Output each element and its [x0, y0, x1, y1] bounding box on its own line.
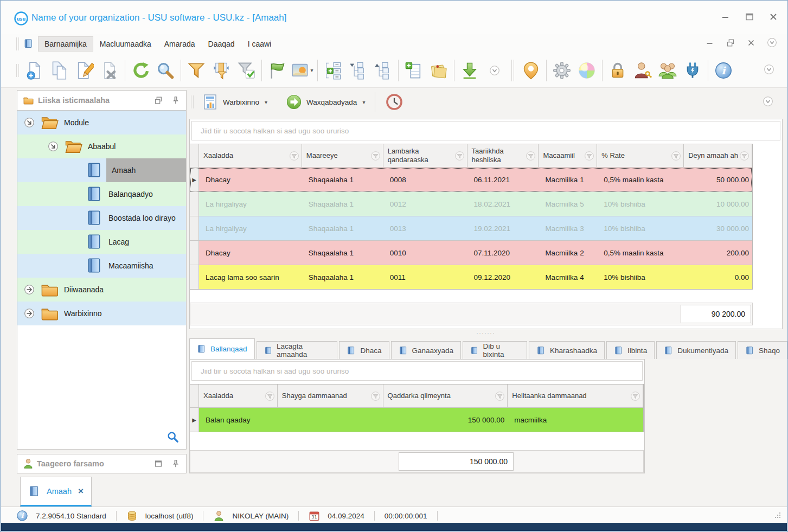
tab-kharashaadka[interactable]: Kharashaadka: [529, 341, 605, 359]
column-header-maareeye[interactable]: Maareeye: [302, 144, 383, 167]
resize-grip[interactable]: [774, 511, 781, 519]
menu-item-amarada[interactable]: Amarada: [158, 36, 202, 52]
toolbar-overflow-button[interactable]: [764, 64, 774, 75]
collapse-arrow-icon[interactable]: [48, 141, 59, 152]
export-button[interactable]: [457, 58, 482, 83]
tab-shaqo[interactable]: Shaqo: [738, 341, 787, 359]
image-button[interactable]: ▾: [290, 58, 315, 83]
sidebar-float-button[interactable]: [153, 95, 163, 105]
user-rights-button[interactable]: [630, 58, 655, 83]
sidebar-item-lacag[interactable]: Lacag: [17, 230, 186, 254]
support-panel[interactable]: Taageero farsamo: [17, 454, 187, 473]
filter-check-button[interactable]: [234, 58, 259, 83]
tab-label: Shaqo: [759, 347, 780, 355]
column-header--rate[interactable]: % Rate: [597, 144, 684, 167]
sidebar-item-boostada-loo-dirayo[interactable]: Boostada loo dirayo: [17, 206, 186, 230]
table-cell: 10% bishiiba: [597, 265, 684, 289]
expand-arrow-icon[interactable]: [24, 308, 35, 319]
column-header-lambarka-qandaraaska[interactable]: Lambarka qandaraaska: [383, 144, 467, 167]
colors-button[interactable]: [574, 58, 599, 83]
window-maximize-button[interactable]: [744, 11, 755, 23]
scheduler-button[interactable]: [380, 91, 409, 113]
window-close-button[interactable]: [767, 11, 779, 23]
tab-ballanqaad[interactable]: Ballanqaad: [189, 338, 255, 359]
menubar-grip[interactable]: [16, 37, 19, 50]
actionbar-overflow-button[interactable]: [763, 96, 773, 107]
search-button[interactable]: [153, 58, 178, 83]
delete-record-button[interactable]: [97, 58, 122, 83]
menubar-overflow-button[interactable]: [767, 37, 777, 48]
user-groups-button[interactable]: [655, 58, 680, 83]
column-header-deyn-amaah-ah[interactable]: Deyn amaah ah: [684, 144, 752, 167]
table-cell: 200.00: [684, 241, 752, 265]
add-record-button[interactable]: [22, 58, 47, 83]
table-row[interactable]: ▶DhacayShaqaalaha 1000806.11.2021Macmiil…: [190, 168, 752, 192]
menu-item-barnaamijka[interactable]: Barnaamijka: [38, 36, 93, 52]
filter-panel-button[interactable]: [209, 58, 234, 83]
settings-button[interactable]: [549, 58, 574, 83]
mdi-close-button[interactable]: [746, 38, 756, 48]
column-header-shayga-dammaanad[interactable]: Shayga dammaanad: [278, 384, 383, 407]
mdi-minimize-button[interactable]: [705, 38, 715, 48]
tab-iibinta[interactable]: Iibinta: [606, 341, 655, 359]
menu-item-macluumaadka[interactable]: Macluumaadka: [93, 36, 158, 52]
expand-tree-button[interactable]: [370, 58, 395, 83]
menu-item-daaqad[interactable]: Daaqad: [202, 36, 241, 52]
column-header-taariikhda-heshiiska[interactable]: Taariikhda heshiiska: [467, 144, 539, 167]
tab-dhaca[interactable]: Dhaca: [339, 341, 389, 359]
mdi-restore-button[interactable]: [726, 38, 735, 48]
sidebar-item-diiwaanada[interactable]: Diiwaanada: [17, 278, 186, 302]
notes-button[interactable]: [426, 58, 451, 83]
info-icon[interactable]: [16, 510, 28, 522]
reports-dropdown-button[interactable]: Warbixinno▾: [197, 92, 273, 112]
expand-arrow-icon[interactable]: [24, 284, 35, 295]
sidebar-item-macaamiisha[interactable]: Macaamiisha: [17, 254, 186, 278]
table-row[interactable]: ▶Balan qaaday150 000.00macmiilka: [190, 408, 643, 432]
column-header-xaaladda[interactable]: Xaaladda: [199, 384, 278, 407]
lock-button[interactable]: [605, 58, 630, 83]
sidebar-item-balanqaadyo[interactable]: Balanqaadyo: [17, 182, 186, 206]
info-button[interactable]: [711, 58, 736, 83]
column-header-qaddarka-qiimeynta[interactable]: Qaddarka qiimeynta: [383, 384, 508, 407]
doc-tab-amaah[interactable]: Amaah ×: [20, 477, 92, 507]
actionbar-grip[interactable]: [191, 95, 194, 108]
expand-levels-button[interactable]: [321, 58, 345, 83]
sidebar-item-warbixinno[interactable]: Warbixinno: [17, 302, 186, 325]
column-header-helitaanka-dammaanad[interactable]: Helitaanka dammaanad: [508, 384, 643, 407]
support-pin-button[interactable]: [171, 459, 181, 469]
copy-record-button[interactable]: [47, 58, 72, 83]
plug-button[interactable]: [680, 58, 705, 83]
flag-button[interactable]: [265, 58, 290, 83]
tab-dib-u-bixinta[interactable]: Dib u bixinta: [463, 341, 527, 359]
splitter-handle[interactable]: ·······: [189, 329, 783, 338]
refresh-button[interactable]: [128, 58, 153, 83]
add-table-button[interactable]: [401, 58, 426, 83]
column-header-macaamiil[interactable]: Macaamiil: [539, 144, 597, 167]
table-row[interactable]: La hirgaliyayShaqaalaha 1001218.02.2021M…: [190, 192, 752, 216]
table-row[interactable]: Lacag lama soo saarinShaqaalaha 1001109.…: [190, 265, 752, 289]
sidebar-item-abaabul[interactable]: Abaabul: [17, 134, 186, 158]
edit-record-button[interactable]: [72, 58, 97, 83]
table-row[interactable]: DhacayShaqaalaha 1001007.11.2020Macmiilk…: [190, 241, 752, 265]
table-row[interactable]: La hirgaliyayShaqaalaha 1001319.02.2021M…: [190, 216, 752, 241]
actions-dropdown-button[interactable]: Waxqabadyada▾: [280, 92, 370, 112]
tab-ganaaxyada[interactable]: Ganaaxyada: [391, 341, 462, 359]
window-minimize-button[interactable]: [720, 11, 732, 23]
tab-lacagta-amaahda[interactable]: Lacagta amaahda: [257, 341, 338, 359]
toolbar-grip[interactable]: [16, 64, 19, 77]
sidebar-item-module[interactable]: Module: [17, 111, 186, 134]
filter-button[interactable]: [184, 58, 209, 83]
sidebar-pin-button[interactable]: [171, 95, 181, 105]
map-pin-button[interactable]: [518, 58, 543, 83]
column-header-xaaladda[interactable]: Xaaladda: [199, 144, 302, 167]
tab-dukumentiyada[interactable]: Dukumentiyada: [656, 341, 736, 359]
chevron-small-button[interactable]: [482, 58, 507, 83]
support-maximize-button[interactable]: [153, 459, 163, 469]
tree-search-icon[interactable]: [166, 431, 180, 444]
grid-header: XaaladdaShayga dammaanadQaddarka qiimeyn…: [190, 384, 643, 408]
sidebar-item-amaah[interactable]: Amaah: [17, 158, 186, 182]
collapse-arrow-icon[interactable]: [24, 117, 35, 128]
doc-tab-close-icon[interactable]: ×: [78, 486, 84, 497]
collapse-tree-button[interactable]: [345, 58, 370, 83]
menu-item-icaawi[interactable]: I caawi: [241, 36, 278, 52]
